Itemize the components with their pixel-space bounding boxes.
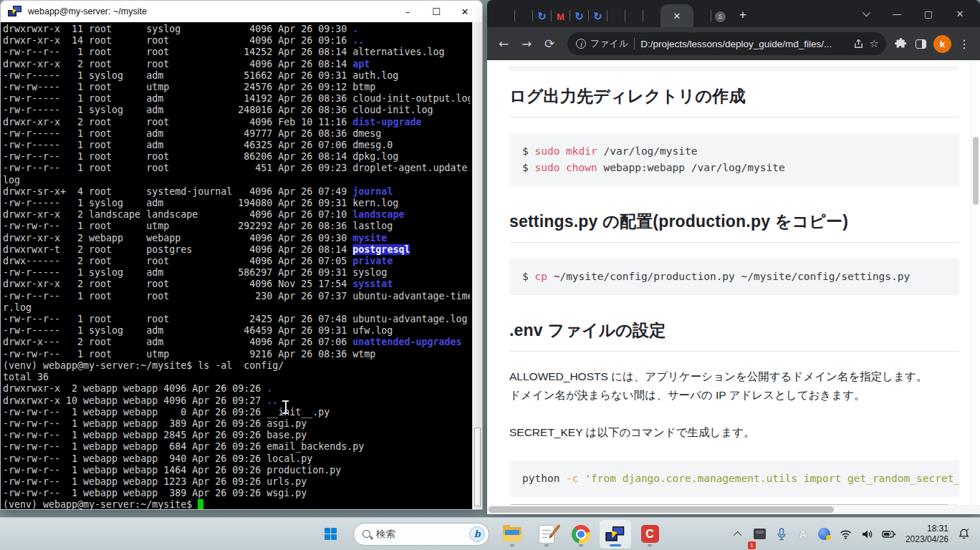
running-indicator (579, 544, 583, 546)
battery-charging-icon (882, 530, 896, 539)
bell-dnd-icon: zz (958, 528, 970, 540)
start-button[interactable] (314, 520, 346, 549)
horizontal-scrollbar-thumb[interactable] (489, 506, 834, 513)
vertical-scrollbar-thumb[interactable] (973, 137, 979, 205)
volume-indicator[interactable] (858, 521, 877, 547)
running-indicator (544, 544, 549, 546)
notification-count-badge: 1 (748, 541, 756, 549)
browser-tab[interactable] (515, 6, 532, 27)
taskbar-item-putty[interactable] (600, 520, 631, 549)
address-bar[interactable]: i ファイル D:/projects/lessons/deploy_guide/… (567, 32, 886, 55)
terminal-text: -rw-rw-r-- 1 webapp webapp 2845 Apr 26 0… (3, 430, 307, 440)
terminal-text: r.log (3, 302, 32, 313)
browser-menu-button[interactable]: ⋮ (954, 34, 974, 54)
terminal-line: drwxrwxr-x 10 webapp webapp 4096 Apr 26 … (3, 395, 470, 407)
putty-app-icon (8, 5, 22, 18)
code-text: $ (522, 145, 534, 157)
terminal-text: -rw-rw-r-- 1 webapp webapp 684 Apr 26 09… (3, 441, 364, 452)
network-indicator[interactable] (837, 521, 855, 547)
url-text[interactable]: D:/projects/lessons/deploy_guide/md_file… (640, 39, 847, 49)
microphone-indicator[interactable] (772, 521, 791, 547)
putty-titlebar[interactable]: webapp@my-server: ~/mysite – ☐ ✕ (1, 1, 482, 22)
terminal-text: -rw-r--r-- 1 root root 230 Apr 26 07:37 … (3, 291, 470, 301)
browser-tab[interactable]: S (711, 6, 729, 27)
tab-close-icon[interactable]: ✕ (673, 11, 681, 21)
directory-name: .. (266, 395, 278, 406)
ime-indicator[interactable]: A (794, 521, 812, 547)
terminal-scrollbar-thumb[interactable] (474, 428, 481, 506)
tab-search-button[interactable] (850, 1, 881, 26)
directory-name: . (352, 24, 358, 34)
code-text: $ (522, 271, 534, 282)
browser-tab[interactable]: ↻ (533, 6, 551, 27)
code-text: ~/mysite/config/production.py ~/mysite/c… (547, 271, 910, 282)
active-tab[interactable]: ✕ (660, 4, 693, 27)
browser-tab[interactable] (625, 6, 643, 27)
profile-avatar[interactable]: k (933, 35, 951, 53)
minimize-button[interactable]: — (881, 1, 913, 26)
globe-icon: S (715, 11, 726, 22)
terminal-text: -rw-rw-r-- 1 webapp webapp 389 Apr 26 09… (3, 418, 307, 429)
putty-icon (606, 525, 625, 542)
terminal-text: -rw-r----- 1 syslog adm 46459 Apr 26 09:… (3, 325, 393, 336)
taskbar-item-camtasia[interactable]: C (634, 520, 666, 549)
taskbar-item-chrome[interactable] (565, 520, 597, 549)
paragraph: SECRET_KEY は以下のコマンドで生成します。 (509, 423, 959, 442)
running-indicator (510, 544, 514, 546)
terminal-text: -rw-r--r-- 1 root root 14252 Apr 26 08:1… (3, 47, 444, 57)
mouse-text-cursor (282, 400, 289, 414)
horizontal-scrollbar[interactable] (487, 505, 980, 514)
chevron-down-icon (863, 9, 870, 16)
terminal-text: drwxrwxr-x 11 root syslog 4096 Apr 26 09… (3, 24, 352, 34)
terminal-line: -rw-rw-r-- 1 root utmp 9216 Apr 26 08:36… (3, 349, 470, 360)
vertical-scrollbar[interactable] (971, 60, 980, 505)
battery-indicator[interactable] (880, 521, 898, 547)
maximize-button[interactable]: ☐ (422, 1, 451, 21)
code-token-cmd: sudo chown (534, 162, 597, 173)
browser-tab[interactable] (643, 6, 660, 27)
terminal-line: -rw-rw-r-- 1 webapp webapp 389 Apr 26 09… (3, 418, 470, 430)
terminal-scrollbar[interactable] (472, 22, 482, 510)
taskbar-clock[interactable]: 18:31 2023/04/26 (905, 524, 948, 545)
new-tab-button[interactable]: + (734, 6, 752, 24)
code-block: $ sudo mkdir /var/log/mysite$ sudo chown… (509, 133, 959, 186)
share-icon[interactable] (853, 39, 864, 49)
side-panel-icon[interactable] (911, 34, 931, 54)
sync-icon: ↻ (575, 10, 584, 23)
forward-button[interactable]: → (517, 34, 536, 53)
reload-button[interactable]: ⟳ (540, 34, 559, 53)
taskbar-search[interactable]: 検索 b (353, 523, 489, 546)
close-button[interactable]: ✕ (451, 1, 479, 21)
browser-tab[interactable]: ↻ (570, 6, 588, 27)
code-line: $ cp ~/mysite/config/production.py ~/mys… (522, 269, 946, 285)
terminal-text: drwxr-xr-x 2 landscape landscape 4096 Ap… (3, 209, 352, 220)
taskbar-item-explorer[interactable] (496, 520, 528, 549)
site-info-chip[interactable]: i ファイル (576, 37, 628, 50)
minimize-button[interactable]: – (393, 1, 422, 21)
ime-a-icon: A (799, 528, 807, 540)
code-token-opt: -c (566, 473, 578, 484)
directory-name: dist-upgrade (352, 117, 421, 127)
back-button[interactable]: ← (494, 34, 513, 53)
directory-name: mysite (352, 233, 387, 243)
tray-app-with-badge[interactable]: 1 (751, 521, 769, 547)
browser-tab[interactable] (607, 6, 625, 27)
taskbar-item-notepad[interactable] (531, 520, 562, 549)
terminal-text: drwxrwxr-t 2 root postgres 4096 Apr 26 0… (3, 244, 352, 255)
browser-tab[interactable] (497, 6, 514, 27)
maximize-button[interactable]: ▢ (913, 1, 944, 26)
hidden-icons-button[interactable] (729, 521, 748, 547)
browser-tab[interactable]: ↻ (589, 6, 607, 27)
close-button[interactable]: ✕ (944, 1, 976, 26)
notification-center-button[interactable]: zz (954, 521, 973, 547)
terminal-text: -rw-rw-r-- 1 root utmp 292292 Apr 26 08:… (3, 221, 393, 231)
cloud-app-indicator[interactable] (815, 521, 834, 547)
terminal-text: (venv) webapp@my-server:~/mysite$ ls -al… (3, 360, 284, 371)
terminal-text: -rw-rw-r-- 1 webapp webapp 940 Apr 26 09… (3, 453, 312, 464)
browser-tab[interactable]: M (552, 6, 570, 27)
running-indicator (648, 544, 652, 546)
extensions-puzzle-icon[interactable] (890, 34, 911, 54)
bookmark-star-icon[interactable]: ☆ (870, 37, 879, 50)
terminal-area[interactable]: drwxrwxr-x 11 root syslog 4096 Apr 26 09… (1, 22, 482, 510)
browser-tab[interactable] (693, 6, 711, 27)
